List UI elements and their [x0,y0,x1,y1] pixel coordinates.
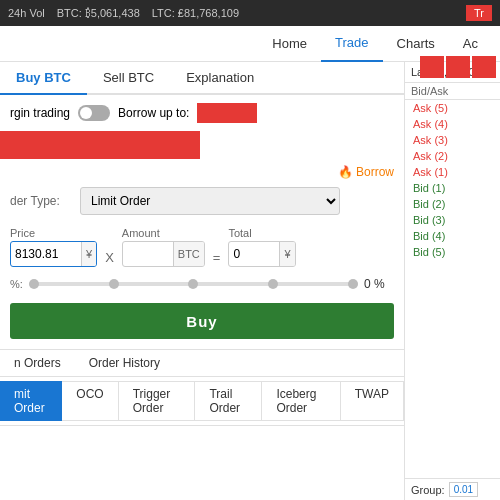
bid-5[interactable]: Bid (5) [405,244,500,260]
price-amount-total-row: Price ¥ X Amount BTC = Total ¥ [0,219,404,275]
amount-unit: BTC [173,242,204,266]
slider-dots [29,279,358,289]
total-unit: ¥ [279,242,294,266]
tab-buy-btc[interactable]: Buy BTC [0,62,87,95]
bid-4[interactable]: Bid (4) [405,228,500,244]
order-type-tab-limit[interactable]: mit Order [0,381,62,421]
borrow-button[interactable]: 🔥 Borrow [338,165,394,179]
buy-button[interactable]: Buy [10,303,394,339]
main-layout: Buy BTC Sell BTC Explanation rgin tradin… [0,62,500,500]
order-type-tab-twap[interactable]: TWAP [340,381,404,421]
ask-4[interactable]: Ask (4) [405,116,500,132]
price-input-wrap: ¥ [10,241,97,267]
borrow-area: 🔥 Borrow [0,165,404,179]
ask-5[interactable]: Ask (5) [405,100,500,116]
borrow-input[interactable] [197,103,257,123]
nav-trade[interactable]: Trade [321,26,382,62]
tab-explanation[interactable]: Explanation [170,62,270,95]
price-label: Price [10,227,97,239]
nav-home[interactable]: Home [258,26,321,62]
top-right-btn-2[interactable] [446,56,470,78]
slider-dot-75 [268,279,278,289]
slider-track[interactable] [29,282,358,286]
order-type-tab-iceberg[interactable]: Iceberg Order [261,381,340,421]
top-right-btn-1[interactable] [420,56,444,78]
group-row: Group: 0.01 [405,478,500,500]
ltc-val: LTC: ₤81,768,109 [152,7,239,19]
slider-dot-25 [109,279,119,289]
bid-2[interactable]: Bid (2) [405,196,500,212]
slider-dot-50 [188,279,198,289]
amount-input[interactable] [123,247,173,261]
trade-button-top[interactable]: Tr [466,5,492,21]
ask-2[interactable]: Ask (2) [405,148,500,164]
percent-label: %: [10,278,23,290]
price-input[interactable] [11,247,81,261]
group-value[interactable]: 0.01 [449,482,478,497]
ask-1[interactable]: Ask (1) [405,164,500,180]
slider-dot-100 [348,279,358,289]
bottom-section: n Orders Order History mit Order OCO Tri… [0,349,404,426]
fire-icon: 🔥 [338,165,353,179]
red-balance-bar [0,131,200,159]
slider-dot-0 [29,279,39,289]
bid-1[interactable]: Bid (1) [405,180,500,196]
top-right-buttons [416,52,500,82]
order-type-select[interactable]: Limit Order Market Order Stop Order [80,187,340,215]
eq-symbol: = [213,250,221,267]
order-type-tabs: mit Order OCO Trigger Order Trail Order … [0,377,404,426]
amount-label: Amount [122,227,205,239]
price-col: Price ¥ [10,227,97,267]
bottom-tabs-row: n Orders Order History [0,350,404,377]
percent-value: 0 % [364,277,394,291]
borrow-label: Borrow up to: [118,106,189,120]
price-unit: ¥ [81,242,96,266]
total-input-wrap: ¥ [228,241,295,267]
margin-row: rgin trading Borrow up to: [0,95,404,131]
vol-24h: 24h Vol [8,7,45,19]
order-type-tab-oco[interactable]: OCO [61,381,118,421]
borrow-btn-label: Borrow [356,165,394,179]
amount-col: Amount BTC [122,227,205,267]
margin-toggle[interactable] [78,105,110,121]
group-label: Group: [411,484,445,496]
total-col: Total ¥ [228,227,295,267]
order-type-tab-trail[interactable]: Trail Order [194,381,262,421]
top-right-btn-3[interactable] [472,56,496,78]
bid-3[interactable]: Bid (3) [405,212,500,228]
tabs-row: Buy BTC Sell BTC Explanation [0,62,404,95]
bottom-tab-open-orders[interactable]: n Orders [0,350,75,376]
order-type-tab-trigger[interactable]: Trigger Order [118,381,196,421]
margin-label: rgin trading [10,106,70,120]
amount-input-wrap: BTC [122,241,205,267]
order-type-label: der Type: [10,194,70,208]
btc-val: BTC: ₿5,061,438 [57,7,140,19]
bid-ask-header: Bid/Ask [405,83,500,100]
top-bar: 24h Vol BTC: ₿5,061,438 LTC: ₤81,768,109… [0,0,500,26]
total-label: Total [228,227,295,239]
left-panel: Buy BTC Sell BTC Explanation rgin tradin… [0,62,405,500]
total-input[interactable] [229,247,279,261]
order-book-panel: Last: 6,131.00 Bid/Ask Ask (5) Ask (4) A… [405,62,500,500]
top-bar-left: 24h Vol BTC: ₿5,061,438 LTC: ₤81,768,109 [8,7,239,19]
tab-sell-btc[interactable]: Sell BTC [87,62,170,95]
x-symbol: X [105,250,114,267]
buy-btn-row: Buy [0,293,404,349]
ask-3[interactable]: Ask (3) [405,132,500,148]
percent-row: %: 0 % [0,275,404,293]
order-type-row: der Type: Limit Order Market Order Stop … [0,183,404,219]
bottom-tab-order-history[interactable]: Order History [75,350,174,376]
